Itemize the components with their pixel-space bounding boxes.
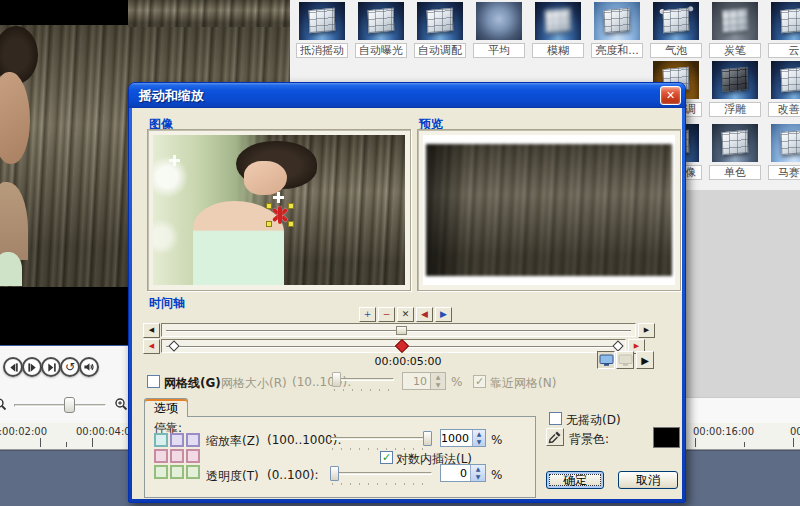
background-color-swatch[interactable] — [653, 427, 680, 448]
effect-item[interactable]: 自动曝光 — [355, 2, 407, 58]
effect-item[interactable]: 亮度和... — [591, 2, 643, 58]
effect-item[interactable]: 单色 — [709, 124, 761, 180]
marker-handle[interactable] — [288, 221, 294, 227]
cancel-button-label: 取消 — [636, 473, 660, 487]
marker-handle[interactable] — [266, 221, 272, 227]
cancel-button[interactable]: 取消 — [618, 471, 678, 489]
effect-label: 平均 — [473, 43, 525, 58]
keyframe-diamond-current[interactable] — [395, 339, 409, 353]
effect-cube-icon — [653, 2, 699, 40]
zoom-in-icon[interactable] — [114, 396, 128, 415]
anchor-cell-5[interactable] — [170, 449, 184, 463]
arrow-left-icon: ◀ — [149, 342, 154, 350]
preview-device-button[interactable] — [616, 351, 634, 369]
anchor-cell-2[interactable] — [170, 433, 184, 447]
right-timeline-ruler[interactable]: 00:00:16:00 00 — [686, 423, 800, 450]
keyframe-track[interactable] — [161, 339, 626, 353]
effect-item[interactable]: 平均 — [473, 2, 525, 58]
no-pan-checkbox[interactable] — [549, 412, 562, 425]
anchor-cell-7[interactable] — [154, 465, 168, 479]
volume-icon — [83, 361, 95, 373]
check-icon: ✓ — [382, 451, 391, 464]
effect-item[interactable]: 抵消摇动 — [296, 2, 348, 58]
repeat-button[interactable]: ↺ — [60, 357, 80, 377]
effect-label: 炭笔 — [709, 43, 761, 58]
effect-label: 模糊 — [532, 43, 584, 58]
play-button[interactable]: ▶ — [636, 351, 654, 369]
anchor-cell-8[interactable] — [170, 465, 184, 479]
timeline-scrollbar[interactable] — [161, 323, 636, 337]
spin-up-icon: ▲ — [471, 465, 485, 473]
effect-cube-icon — [712, 61, 758, 99]
log-interpolation-checkbox[interactable]: ✓ — [380, 451, 393, 464]
ok-button[interactable]: 确定 — [546, 471, 604, 489]
scroll-left-button[interactable]: ◀ — [143, 323, 160, 338]
preview-zoom-slider-thumb[interactable] — [64, 397, 75, 413]
zoom-ratio-slider[interactable] — [330, 430, 432, 452]
effect-item[interactable]: 改善... — [768, 61, 800, 117]
keyframe-diamond-start[interactable] — [168, 340, 179, 351]
preview-monitor-button[interactable] — [597, 351, 615, 369]
device-icon — [618, 354, 633, 367]
snap-to-grid-checkbox[interactable]: ✓ — [473, 375, 486, 388]
effect-label: 自动曝光 — [355, 43, 407, 58]
effect-item[interactable]: 气泡 — [650, 2, 702, 58]
spinner-buttons[interactable]: ▲▼ — [470, 465, 485, 481]
effect-item[interactable]: 马赛... — [768, 124, 800, 180]
preview-zoom-slider[interactable] — [14, 404, 106, 407]
go-first-keyframe-button[interactable]: ◀ — [143, 339, 160, 354]
grid-size-slider[interactable] — [332, 371, 394, 393]
previous-frame-button[interactable] — [3, 357, 23, 377]
effect-item[interactable]: 浮雕 — [709, 61, 761, 117]
anchor-cell-6[interactable] — [186, 449, 200, 463]
next-keyframe-button[interactable]: ▶ — [435, 307, 452, 322]
gridlines-checkbox[interactable] — [147, 375, 160, 388]
effect-item[interactable]: 自动调配 — [414, 2, 466, 58]
zoom-out-icon[interactable] — [0, 396, 7, 415]
anchor-cell-1[interactable] — [154, 433, 168, 447]
go-to-end-button[interactable] — [41, 357, 61, 377]
opacity-slider[interactable] — [330, 465, 432, 487]
go-to-end-icon — [46, 362, 57, 373]
dialog-title: 摇动和缩放 — [139, 87, 204, 105]
remove-keyframe-button[interactable]: − — [378, 307, 395, 322]
grid-size-spinner[interactable]: 10 ▲▼ — [402, 372, 446, 390]
effect-cube-icon — [771, 124, 800, 162]
grid-size-slider-thumb[interactable] — [332, 372, 341, 387]
left-timeline-ruler[interactable]: 00:00:02:00 00:00:04:00 — [0, 423, 128, 450]
zoom-ratio-slider-thumb[interactable] — [423, 431, 432, 446]
spin-down-icon: ▼ — [431, 381, 445, 389]
spinner-buttons[interactable]: ▲▼ — [472, 430, 485, 446]
opacity-spinner[interactable]: 0 ▲▼ — [440, 464, 486, 482]
zoom-ratio-spinner[interactable]: 1000 ▲▼ — [440, 429, 486, 447]
next-frame-button[interactable] — [22, 357, 42, 377]
effect-cube-icon — [476, 2, 522, 40]
delete-keyframes-button[interactable]: ✕ — [397, 307, 414, 322]
anchor-cell-4[interactable] — [154, 449, 168, 463]
effect-cube-icon — [535, 2, 581, 40]
add-keyframe-button[interactable]: + — [359, 307, 376, 322]
tab-options[interactable]: 选项 — [144, 398, 188, 417]
effect-cube-icon — [299, 2, 345, 40]
scrollbar-thumb[interactable] — [396, 326, 407, 335]
dialog-titlebar[interactable]: 摇动和缩放 ✕ — [129, 83, 685, 108]
spin-up-icon: ▲ — [473, 430, 485, 438]
image-panel-photo[interactable] — [153, 135, 405, 285]
anchor-cell-3[interactable] — [186, 433, 200, 447]
effect-item[interactable]: 云 — [768, 2, 800, 58]
marker-handle[interactable] — [266, 203, 272, 209]
marker-handle[interactable] — [288, 203, 294, 209]
scroll-right-button[interactable]: ▶ — [638, 323, 655, 338]
close-button[interactable]: ✕ — [660, 86, 681, 105]
effect-item[interactable]: 炭笔 — [709, 2, 761, 58]
eyedropper-button[interactable] — [546, 428, 564, 446]
anchor-cell-9[interactable] — [186, 465, 200, 479]
effect-label: 马赛... — [768, 165, 800, 180]
pan-position-marker[interactable] — [269, 204, 291, 226]
opacity-slider-thumb[interactable] — [330, 466, 339, 481]
prev-keyframe-button[interactable]: ◀ — [416, 307, 433, 322]
volume-button[interactable] — [79, 357, 99, 377]
spinner-buttons[interactable]: ▲▼ — [430, 373, 445, 389]
keyframe-diamond-end[interactable] — [612, 340, 623, 351]
effect-item[interactable]: 模糊 — [532, 2, 584, 58]
